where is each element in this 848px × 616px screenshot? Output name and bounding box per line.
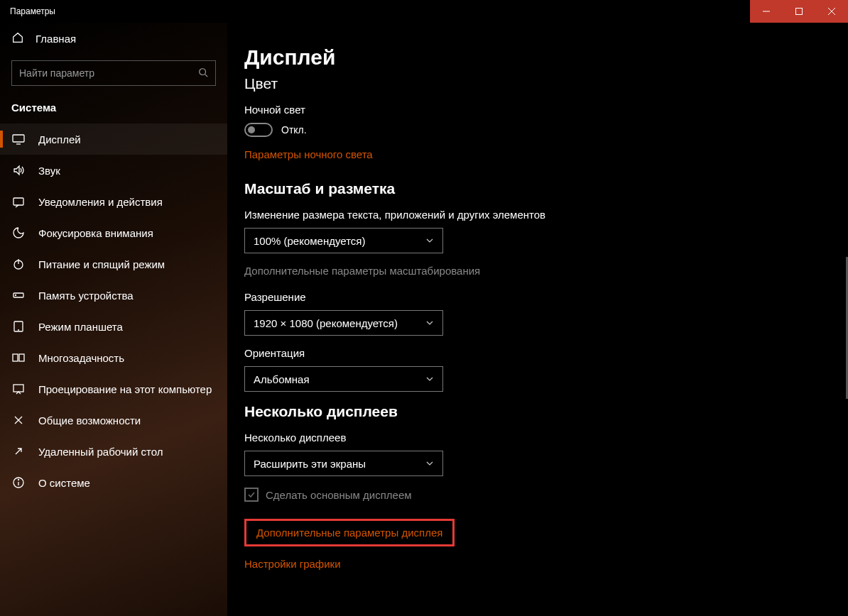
advanced-display-link[interactable]: Дополнительные параметры дисплея <box>244 519 455 546</box>
home-link[interactable]: Главная <box>0 23 227 56</box>
svg-rect-16 <box>19 354 24 361</box>
search-placeholder: Найти параметр <box>19 67 94 79</box>
shared-icon <box>11 413 26 427</box>
sidebar-item-label: Дисплей <box>38 133 81 145</box>
svg-rect-15 <box>13 354 18 361</box>
tablet-icon <box>11 319 26 334</box>
svg-point-4 <box>200 68 206 75</box>
sidebar-item-label: Память устройства <box>38 290 134 302</box>
make-primary-row: Сделать основным дисплеем <box>244 488 820 502</box>
night-light-state: Откл. <box>281 124 307 136</box>
sidebar-item-label: Режим планшета <box>38 321 123 333</box>
svg-point-20 <box>18 480 19 480</box>
window-controls <box>750 0 848 23</box>
check-icon <box>247 490 256 499</box>
multi-value: Расширить эти экраны <box>254 458 366 470</box>
about-icon <box>11 475 26 490</box>
multi-display-dropdown[interactable]: Расширить эти экраны <box>244 451 443 476</box>
page-title: Дисплей <box>244 45 820 70</box>
search-icon <box>198 67 208 79</box>
close-button[interactable] <box>815 0 848 23</box>
scale-value: 100% (рекомендуется) <box>254 235 365 247</box>
orientation-value: Альбомная <box>254 373 310 385</box>
multitasking-icon <box>11 351 26 365</box>
scale-label: Изменение размера текста, приложений и д… <box>244 209 820 221</box>
make-primary-label: Сделать основным дисплеем <box>266 489 412 501</box>
night-light-label: Ночной свет <box>244 104 820 116</box>
sidebar-item-multitasking[interactable]: Многозадачность <box>0 342 227 373</box>
section-color: Цвет <box>244 75 820 92</box>
window-title: Параметры <box>10 6 55 16</box>
sidebar-item-focus[interactable]: Фокусировка внимания <box>0 217 227 248</box>
chevron-down-icon <box>425 373 434 385</box>
sidebar-item-notifications[interactable]: Уведомления и действия <box>0 186 227 217</box>
maximize-icon <box>795 8 803 15</box>
sidebar-item-label: Проецирование на этот компьютер <box>38 383 212 395</box>
sidebar-item-label: Звук <box>38 165 60 177</box>
chevron-down-icon <box>425 458 434 470</box>
content: Главная Найти параметр Система Дисплей З… <box>0 23 848 616</box>
svg-line-5 <box>205 74 208 77</box>
svg-rect-8 <box>13 198 23 205</box>
sidebar-item-label: Уведомления и действия <box>38 196 163 208</box>
sidebar-item-shared[interactable]: Общие возможности <box>0 405 227 436</box>
chevron-down-icon <box>425 317 434 329</box>
section-multi: Несколько дисплеев <box>244 403 820 420</box>
sidebar-item-display[interactable]: Дисплей <box>0 123 227 155</box>
minimize-button[interactable] <box>750 0 783 23</box>
svg-rect-1 <box>796 9 803 15</box>
resolution-value: 1920 × 1080 (рекомендуется) <box>254 317 398 329</box>
home-label: Главная <box>36 33 76 45</box>
night-light-settings-link[interactable]: Параметры ночного света <box>244 148 373 160</box>
make-primary-checkbox[interactable] <box>244 488 259 502</box>
sidebar-item-label: Удаленный рабочий стол <box>38 446 163 458</box>
maximize-button[interactable] <box>783 0 815 23</box>
scrollbar[interactable] <box>845 23 848 616</box>
advanced-scale-link[interactable]: Дополнительные параметры масштабирования <box>244 265 820 277</box>
resolution-dropdown[interactable]: 1920 × 1080 (рекомендуется) <box>244 310 443 336</box>
scale-dropdown[interactable]: 100% (рекомендуется) <box>244 228 443 253</box>
svg-rect-6 <box>13 135 24 142</box>
orientation-label: Ориентация <box>244 347 820 359</box>
search-input[interactable]: Найти параметр <box>11 60 216 86</box>
chevron-down-icon <box>425 235 434 247</box>
graphics-settings-link[interactable]: Настройки графики <box>244 558 341 570</box>
sidebar-item-remote[interactable]: Удаленный рабочий стол <box>0 436 227 467</box>
multi-label: Несколько дисплеев <box>244 431 820 444</box>
resolution-label: Разрешение <box>244 291 820 303</box>
category-title: Система <box>0 99 227 123</box>
sidebar-item-label: Фокусировка внимания <box>38 227 153 239</box>
titlebar: Параметры <box>0 0 848 23</box>
night-light-toggle[interactable] <box>244 123 273 137</box>
sidebar-item-tablet[interactable]: Режим планшета <box>0 311 227 342</box>
sidebar-item-label: Общие возможности <box>38 414 141 427</box>
focus-icon <box>11 226 26 240</box>
sidebar-item-storage[interactable]: Память устройства <box>0 280 227 311</box>
sidebar-item-projecting[interactable]: Проецирование на этот компьютер <box>0 373 227 405</box>
section-scale: Масштаб и разметка <box>244 180 820 197</box>
home-icon <box>11 31 24 46</box>
sidebar: Главная Найти параметр Система Дисплей З… <box>0 23 227 616</box>
sidebar-item-about[interactable]: О системе <box>0 467 227 498</box>
sidebar-item-sound[interactable]: Звук <box>0 155 227 186</box>
power-icon <box>11 257 26 271</box>
notifications-icon <box>11 194 26 209</box>
night-light-toggle-row: Откл. <box>244 123 820 137</box>
sidebar-item-label: Питание и спящий режим <box>38 258 165 270</box>
close-icon <box>828 8 835 15</box>
main-panel: Дисплей Цвет Ночной свет Откл. Параметры… <box>227 23 848 616</box>
projecting-icon <box>11 382 26 396</box>
sidebar-item-label: Многозадачность <box>38 352 124 364</box>
sidebar-item-label: О системе <box>38 477 90 489</box>
minimize-icon <box>763 8 770 15</box>
sound-icon <box>11 163 26 177</box>
remote-icon <box>11 444 26 458</box>
storage-icon <box>11 288 26 302</box>
sidebar-item-power[interactable]: Питание и спящий режим <box>0 248 227 280</box>
svg-rect-17 <box>13 385 23 392</box>
display-icon <box>11 132 26 146</box>
svg-point-12 <box>16 295 16 296</box>
orientation-dropdown[interactable]: Альбомная <box>244 366 443 392</box>
